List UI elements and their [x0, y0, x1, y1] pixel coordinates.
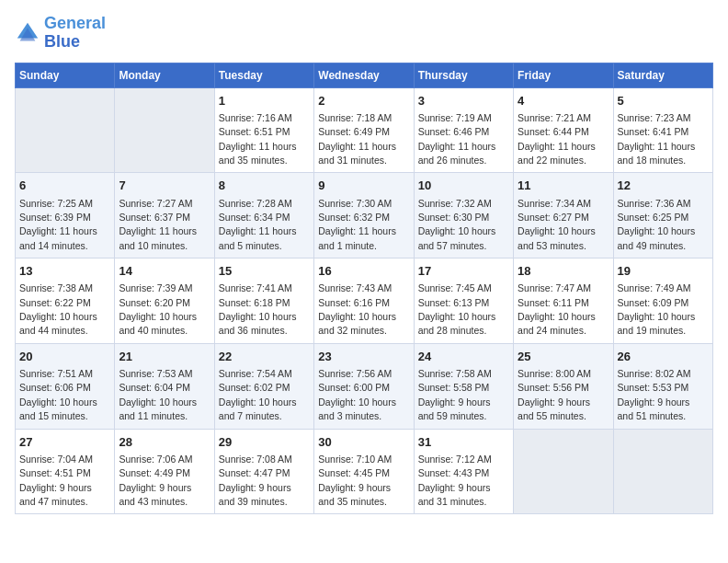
day-number: 31: [418, 434, 509, 451]
logo-icon: [15, 20, 40, 46]
header-wednesday: Wednesday: [314, 63, 414, 87]
day-info: Sunrise: 7:39 AM Sunset: 6:20 PM Dayligh…: [119, 282, 197, 336]
calendar-cell: 14Sunrise: 7:39 AM Sunset: 6:20 PM Dayli…: [115, 259, 214, 344]
day-number: 19: [618, 263, 709, 280]
calendar-week-4: 20Sunrise: 7:51 AM Sunset: 6:06 PM Dayli…: [16, 343, 713, 429]
day-number: 20: [19, 349, 110, 365]
day-info: Sunrise: 7:21 AM Sunset: 6:44 PM Dayligh…: [518, 112, 596, 166]
day-number: 8: [219, 178, 310, 194]
day-info: Sunrise: 7:06 AM Sunset: 4:49 PM Dayligh…: [119, 454, 192, 507]
day-number: 21: [119, 349, 210, 365]
day-number: 28: [119, 434, 210, 451]
day-number: 24: [418, 349, 509, 365]
day-info: Sunrise: 7:12 AM Sunset: 4:43 PM Dayligh…: [418, 454, 492, 507]
day-info: Sunrise: 7:23 AM Sunset: 6:41 PM Dayligh…: [618, 112, 696, 166]
calendar-cell: 17Sunrise: 7:45 AM Sunset: 6:13 PM Dayli…: [414, 259, 513, 344]
calendar-cell: 13Sunrise: 7:38 AM Sunset: 6:22 PM Dayli…: [16, 259, 115, 344]
calendar-cell: 25Sunrise: 8:00 AM Sunset: 5:56 PM Dayli…: [514, 343, 613, 429]
day-number: 10: [418, 178, 509, 194]
calendar-cell: 3Sunrise: 7:19 AM Sunset: 6:46 PM Daylig…: [414, 87, 513, 173]
day-info: Sunrise: 7:47 AM Sunset: 6:11 PM Dayligh…: [518, 282, 596, 336]
calendar-cell: 30Sunrise: 7:10 AM Sunset: 4:45 PM Dayli…: [314, 429, 414, 514]
calendar-cell: 1Sunrise: 7:16 AM Sunset: 6:51 PM Daylig…: [214, 87, 313, 173]
calendar-week-1: 1Sunrise: 7:16 AM Sunset: 6:51 PM Daylig…: [16, 87, 713, 173]
day-info: Sunrise: 7:04 AM Sunset: 4:51 PM Dayligh…: [19, 454, 93, 507]
day-info: Sunrise: 7:32 AM Sunset: 6:30 PM Dayligh…: [418, 198, 496, 251]
day-number: 14: [119, 263, 210, 280]
day-number: 18: [518, 263, 609, 280]
logo-text: General Blue: [44, 15, 106, 52]
day-number: 15: [219, 263, 310, 280]
header-saturday: Saturday: [613, 63, 712, 87]
calendar-cell: 23Sunrise: 7:56 AM Sunset: 6:00 PM Dayli…: [314, 343, 414, 429]
day-number: 9: [318, 178, 409, 194]
calendar-cell: [514, 429, 613, 514]
calendar-week-3: 13Sunrise: 7:38 AM Sunset: 6:22 PM Dayli…: [16, 259, 713, 344]
day-info: Sunrise: 7:45 AM Sunset: 6:13 PM Dayligh…: [418, 282, 496, 336]
day-info: Sunrise: 7:25 AM Sunset: 6:39 PM Dayligh…: [19, 198, 97, 251]
day-info: Sunrise: 7:43 AM Sunset: 6:16 PM Dayligh…: [318, 282, 396, 336]
calendar-cell: 29Sunrise: 7:08 AM Sunset: 4:47 PM Dayli…: [214, 429, 313, 514]
calendar-cell: [115, 87, 214, 173]
header-monday: Monday: [115, 63, 214, 87]
calendar-cell: 8Sunrise: 7:28 AM Sunset: 6:34 PM Daylig…: [214, 173, 313, 259]
day-number: 1: [219, 93, 310, 109]
calendar-cell: 6Sunrise: 7:25 AM Sunset: 6:39 PM Daylig…: [16, 173, 115, 259]
calendar-cell: 15Sunrise: 7:41 AM Sunset: 6:18 PM Dayli…: [214, 259, 313, 344]
calendar-cell: 7Sunrise: 7:27 AM Sunset: 6:37 PM Daylig…: [115, 173, 214, 259]
calendar-cell: 10Sunrise: 7:32 AM Sunset: 6:30 PM Dayli…: [414, 173, 513, 259]
day-info: Sunrise: 7:28 AM Sunset: 6:34 PM Dayligh…: [219, 198, 297, 251]
calendar-cell: 2Sunrise: 7:18 AM Sunset: 6:49 PM Daylig…: [314, 87, 414, 173]
day-number: 29: [219, 434, 310, 451]
day-number: 27: [19, 434, 110, 451]
day-number: 25: [518, 349, 609, 365]
calendar-cell: 20Sunrise: 7:51 AM Sunset: 6:06 PM Dayli…: [16, 343, 115, 429]
day-info: Sunrise: 8:00 AM Sunset: 5:56 PM Dayligh…: [518, 368, 591, 421]
day-number: 30: [318, 434, 409, 451]
day-info: Sunrise: 7:58 AM Sunset: 5:58 PM Dayligh…: [418, 368, 492, 421]
day-info: Sunrise: 7:53 AM Sunset: 6:04 PM Dayligh…: [119, 368, 197, 421]
header-friday: Friday: [514, 63, 613, 87]
day-info: Sunrise: 7:38 AM Sunset: 6:22 PM Dayligh…: [19, 282, 97, 336]
page-header: General Blue: [15, 15, 713, 52]
calendar-cell: 26Sunrise: 8:02 AM Sunset: 5:53 PM Dayli…: [613, 343, 712, 429]
calendar-cell: 22Sunrise: 7:54 AM Sunset: 6:02 PM Dayli…: [214, 343, 313, 429]
day-info: Sunrise: 7:30 AM Sunset: 6:32 PM Dayligh…: [318, 198, 396, 251]
day-info: Sunrise: 7:36 AM Sunset: 6:25 PM Dayligh…: [618, 198, 696, 251]
calendar-cell: 27Sunrise: 7:04 AM Sunset: 4:51 PM Dayli…: [16, 429, 115, 514]
calendar-cell: 5Sunrise: 7:23 AM Sunset: 6:41 PM Daylig…: [613, 87, 712, 173]
day-info: Sunrise: 7:19 AM Sunset: 6:46 PM Dayligh…: [418, 112, 496, 166]
day-number: 2: [318, 93, 409, 109]
calendar-table: SundayMondayTuesdayWednesdayThursdayFrid…: [15, 63, 713, 515]
day-info: Sunrise: 7:27 AM Sunset: 6:37 PM Dayligh…: [119, 198, 197, 251]
calendar-cell: 4Sunrise: 7:21 AM Sunset: 6:44 PM Daylig…: [514, 87, 613, 173]
day-number: 16: [318, 263, 409, 280]
day-number: 3: [418, 93, 509, 109]
calendar-cell: 18Sunrise: 7:47 AM Sunset: 6:11 PM Dayli…: [514, 259, 613, 344]
calendar-cell: 24Sunrise: 7:58 AM Sunset: 5:58 PM Dayli…: [414, 343, 513, 429]
day-number: 26: [618, 349, 709, 365]
calendar-cell: 21Sunrise: 7:53 AM Sunset: 6:04 PM Dayli…: [115, 343, 214, 429]
day-info: Sunrise: 7:56 AM Sunset: 6:00 PM Dayligh…: [318, 368, 396, 421]
day-number: 17: [418, 263, 509, 280]
day-number: 4: [518, 93, 609, 109]
calendar-week-5: 27Sunrise: 7:04 AM Sunset: 4:51 PM Dayli…: [16, 429, 713, 514]
calendar-header-row: SundayMondayTuesdayWednesdayThursdayFrid…: [16, 63, 713, 87]
calendar-cell: 31Sunrise: 7:12 AM Sunset: 4:43 PM Dayli…: [414, 429, 513, 514]
day-number: 22: [219, 349, 310, 365]
day-info: Sunrise: 7:08 AM Sunset: 4:47 PM Dayligh…: [219, 454, 292, 507]
day-info: Sunrise: 7:51 AM Sunset: 6:06 PM Dayligh…: [19, 368, 97, 421]
calendar-cell: 12Sunrise: 7:36 AM Sunset: 6:25 PM Dayli…: [613, 173, 712, 259]
calendar-cell: 9Sunrise: 7:30 AM Sunset: 6:32 PM Daylig…: [314, 173, 414, 259]
calendar-cell: [16, 87, 115, 173]
calendar-cell: 19Sunrise: 7:49 AM Sunset: 6:09 PM Dayli…: [613, 259, 712, 344]
day-info: Sunrise: 8:02 AM Sunset: 5:53 PM Dayligh…: [618, 368, 691, 421]
day-info: Sunrise: 7:16 AM Sunset: 6:51 PM Dayligh…: [219, 112, 297, 166]
header-sunday: Sunday: [16, 63, 115, 87]
day-number: 11: [518, 178, 609, 194]
day-number: 23: [318, 349, 409, 365]
header-tuesday: Tuesday: [214, 63, 313, 87]
header-thursday: Thursday: [414, 63, 513, 87]
calendar-cell: [613, 429, 712, 514]
day-info: Sunrise: 7:49 AM Sunset: 6:09 PM Dayligh…: [618, 282, 696, 336]
